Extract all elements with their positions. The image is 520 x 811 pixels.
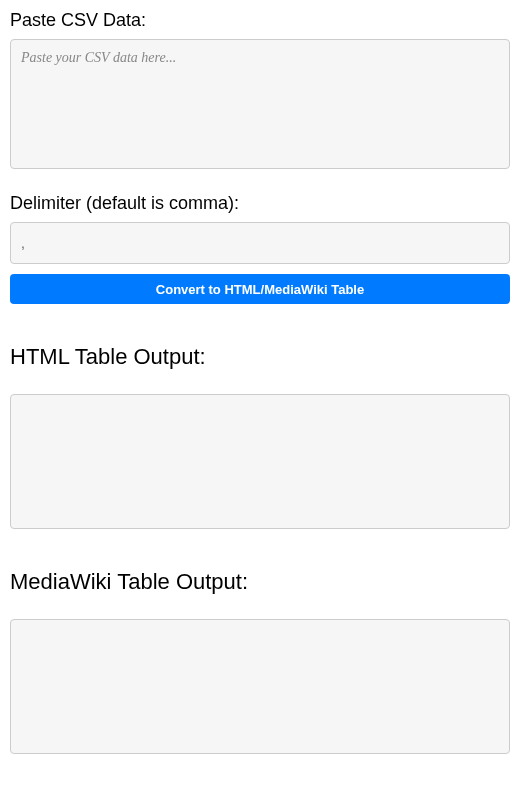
convert-button[interactable]: Convert to HTML/MediaWiki Table bbox=[10, 274, 510, 304]
html-output-heading: HTML Table Output: bbox=[10, 344, 510, 370]
delimiter-label: Delimiter (default is comma): bbox=[10, 193, 510, 214]
delimiter-input[interactable] bbox=[10, 222, 510, 264]
mediawiki-output-heading: MediaWiki Table Output: bbox=[10, 569, 510, 595]
csv-data-textarea[interactable] bbox=[10, 39, 510, 169]
html-output-box bbox=[10, 394, 510, 529]
mediawiki-output-box bbox=[10, 619, 510, 754]
csv-data-label: Paste CSV Data: bbox=[10, 10, 510, 31]
